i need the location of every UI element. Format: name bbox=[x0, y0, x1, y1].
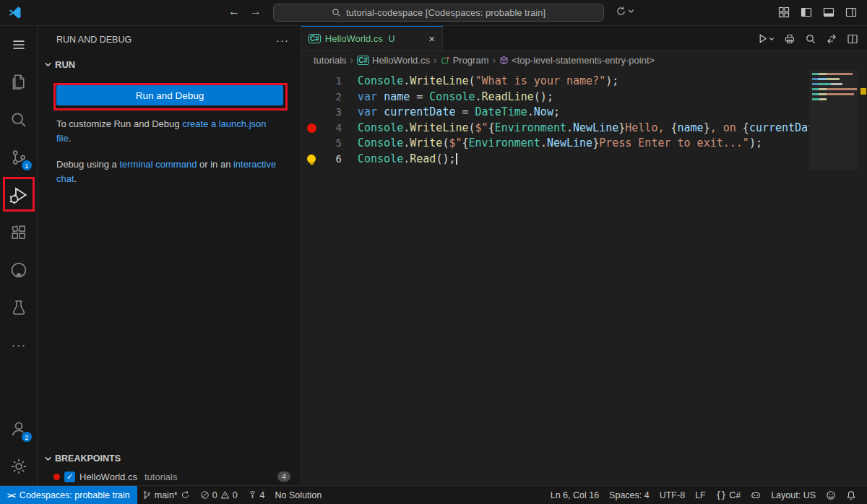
sidebar-item-source-control[interactable]: 1 bbox=[0, 139, 38, 176]
activity-bar-bottom: 2 bbox=[0, 410, 38, 485]
branch-status[interactable]: main* bbox=[137, 486, 195, 504]
editor-actions bbox=[757, 26, 858, 51]
code-line[interactable]: 3var currentDate = DateTime.Now; bbox=[301, 105, 867, 121]
minimap[interactable] bbox=[811, 73, 857, 167]
debug-hint: Debug using a terminal command or in an … bbox=[56, 157, 283, 186]
run-file-button[interactable] bbox=[757, 33, 775, 44]
sync-icon bbox=[181, 490, 190, 500]
ellipsis-icon: ··· bbox=[12, 338, 27, 353]
code-line[interactable]: 6Console.Read(); bbox=[301, 152, 867, 168]
smiley-icon bbox=[826, 490, 836, 500]
tab-helloworld[interactable]: C# HelloWorld.cs U × bbox=[301, 26, 443, 51]
accounts-button[interactable]: 2 bbox=[0, 410, 38, 448]
scm-badge: 1 bbox=[21, 160, 33, 171]
solution-label: No Solution bbox=[275, 490, 322, 500]
code-line[interactable]: 4Console.WriteLine($"{Environment.NewLin… bbox=[301, 121, 867, 136]
sidebar-item-extensions[interactable] bbox=[0, 214, 38, 251]
extensions-icon bbox=[10, 224, 27, 241]
hint-text: Debug using a bbox=[56, 159, 119, 170]
workbench: 1 ··· 2 bbox=[0, 26, 867, 485]
sidebar-item-github[interactable] bbox=[0, 251, 38, 289]
hint-text: To customize Run and Debug bbox=[56, 118, 182, 129]
breadcrumb-item-file[interactable]: C#HelloWorld.cs bbox=[357, 55, 430, 66]
view-actions-icon[interactable]: ··· bbox=[276, 34, 289, 46]
editor-gutter[interactable]: 1 bbox=[301, 74, 358, 90]
notifications-button[interactable] bbox=[841, 486, 861, 504]
ports-count: 4 bbox=[260, 490, 265, 500]
code-line[interactable]: 2var name = Console.ReadLine(); bbox=[301, 90, 867, 105]
indentation-status[interactable]: Spaces: 4 bbox=[604, 486, 655, 504]
run-and-debug-icon bbox=[9, 186, 28, 204]
breakpoint-list-item[interactable]: ✓ HelloWorld.cs tutorials 4 bbox=[38, 468, 301, 485]
code-line[interactable]: 5Console.Write($"{Environment.NewLine}Pr… bbox=[301, 136, 867, 152]
hint-text: or in an bbox=[197, 159, 233, 170]
line-number: 3 bbox=[336, 105, 342, 121]
remote-icon: >< bbox=[7, 491, 15, 500]
keyboard-layout-status[interactable]: Layout: US bbox=[766, 486, 821, 504]
breadcrumb-label: <top-level-statements-entry-point> bbox=[512, 55, 655, 66]
settings-button[interactable] bbox=[0, 448, 38, 485]
run-section-header[interactable]: RUN bbox=[38, 53, 301, 75]
tab-bar: C# HelloWorld.cs U × bbox=[301, 26, 867, 51]
sidebar-item-explorer[interactable] bbox=[0, 64, 38, 101]
back-button[interactable]: ← bbox=[228, 5, 240, 18]
errors-icon bbox=[200, 490, 210, 500]
code-line[interactable]: 1Console.WriteLine("What is your name?")… bbox=[301, 74, 867, 90]
menu-button[interactable] bbox=[0, 26, 38, 64]
code-editor[interactable]: 1Console.WriteLine("What is your name?")… bbox=[301, 69, 867, 485]
files-icon bbox=[10, 74, 27, 91]
sidebar-item-testing[interactable] bbox=[0, 289, 38, 326]
minimap-line bbox=[812, 83, 842, 85]
remote-indicator[interactable]: >< Codespaces: probable train bbox=[0, 486, 137, 504]
breakpoints-section-header[interactable]: BREAKPOINTS bbox=[38, 449, 301, 468]
editor-gutter[interactable]: 5 bbox=[301, 136, 358, 152]
breadcrumb-label: HelloWorld.cs bbox=[372, 55, 430, 66]
problems-status[interactable]: 0 0 bbox=[195, 486, 243, 504]
eol-label: LF bbox=[695, 490, 706, 500]
language-status[interactable]: {} C# bbox=[711, 486, 746, 504]
minimap-line bbox=[812, 93, 854, 95]
copilot-icon bbox=[751, 490, 761, 500]
eol-status[interactable]: LF bbox=[690, 486, 711, 504]
hint-text: . bbox=[74, 173, 77, 184]
customize-layout-icon[interactable] bbox=[778, 6, 790, 18]
breadcrumb-separator: › bbox=[434, 54, 437, 66]
toggle-secondary-sidebar-icon[interactable] bbox=[845, 6, 857, 18]
editor-gutter[interactable]: 2 bbox=[301, 90, 358, 105]
lightbulb-icon[interactable] bbox=[307, 155, 316, 163]
solution-status[interactable]: No Solution bbox=[270, 486, 327, 504]
sync-dropdown-button[interactable] bbox=[616, 6, 634, 17]
overview-ruler-mark bbox=[860, 88, 866, 95]
menu-icon bbox=[11, 37, 27, 53]
split-editor-icon[interactable] bbox=[847, 33, 858, 45]
breadcrumb-item-tutorials[interactable]: tutorials bbox=[314, 55, 347, 66]
breadcrumb-label: tutorials bbox=[314, 55, 347, 66]
line-number: 2 bbox=[336, 90, 342, 105]
feedback-button[interactable] bbox=[821, 486, 841, 504]
ports-status[interactable]: 4 bbox=[243, 486, 270, 504]
close-tab-icon[interactable]: × bbox=[428, 32, 435, 45]
breakpoint-checkbox[interactable]: ✓ bbox=[64, 472, 75, 482]
toggle-panel-icon[interactable] bbox=[823, 6, 834, 18]
terminal-command-link[interactable]: terminal command bbox=[119, 159, 197, 170]
breakpoint-icon[interactable] bbox=[307, 123, 316, 133]
editor-gutter[interactable]: 4 bbox=[301, 121, 358, 136]
compare-changes-icon[interactable] bbox=[826, 33, 837, 45]
search-editor-icon[interactable] bbox=[805, 33, 816, 45]
forward-button[interactable]: → bbox=[250, 5, 262, 18]
editor-gutter[interactable]: 6 bbox=[301, 152, 358, 168]
breadcrumb-item-program[interactable]: Program bbox=[441, 55, 489, 66]
run-and-debug-button[interactable]: Run and Debug bbox=[56, 85, 283, 105]
more-views-button[interactable]: ··· bbox=[0, 326, 38, 364]
toggle-sidebar-icon[interactable] bbox=[801, 6, 812, 18]
sidebar-item-search[interactable] bbox=[0, 101, 38, 139]
breadcrumb-item-entry-point[interactable]: <top-level-statements-entry-point> bbox=[499, 55, 655, 66]
chevron-down-icon bbox=[44, 455, 52, 463]
copilot-status[interactable] bbox=[746, 486, 766, 504]
sidebar-item-run-and-debug[interactable] bbox=[0, 176, 38, 214]
editor-gutter[interactable]: 3 bbox=[301, 105, 358, 121]
print-icon[interactable] bbox=[784, 33, 795, 45]
cursor-position-status[interactable]: Ln 6, Col 16 bbox=[545, 486, 604, 504]
encoding-status[interactable]: UTF-8 bbox=[655, 486, 690, 504]
command-center[interactable]: tutorial-codespace [Codespaces: probable… bbox=[273, 4, 604, 22]
